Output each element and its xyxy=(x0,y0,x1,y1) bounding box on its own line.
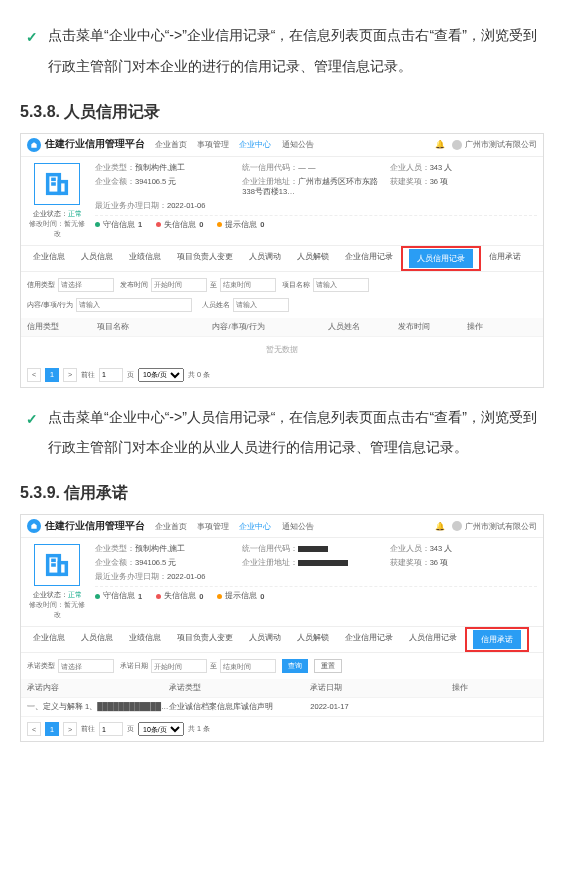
avatar[interactable] xyxy=(452,521,462,531)
warn-icon xyxy=(217,222,222,227)
cell-date: 2022-01-17 xyxy=(310,702,452,712)
next-page-button[interactable]: > xyxy=(63,368,77,382)
bell-icon[interactable]: 🔔 xyxy=(435,140,445,149)
highlighted-tab: 人员信用记录 xyxy=(401,246,481,271)
building-icon xyxy=(34,544,80,586)
tab[interactable]: 企业信用记录 xyxy=(337,246,401,271)
table-header: 承诺内容 承诺类型 承诺日期 操作 xyxy=(21,679,543,698)
content-input[interactable] xyxy=(76,298,192,312)
logo-icon xyxy=(27,138,41,152)
highlighted-tab: 信用承诺 xyxy=(465,627,529,652)
redacted xyxy=(298,560,348,566)
user-company: 广州市测试有限公司 xyxy=(465,139,537,150)
nav-item[interactable]: 通知公告 xyxy=(282,140,314,149)
tab[interactable]: 项目负责人变更 xyxy=(169,246,241,271)
next-page-button[interactable]: > xyxy=(63,722,77,736)
tab[interactable]: 人员信息 xyxy=(73,246,121,271)
stats-row: 守信信息1 失信信息0 提示信息0 xyxy=(95,586,537,601)
prev-page-button[interactable]: < xyxy=(27,368,41,382)
tab[interactable]: 项目负责人变更 xyxy=(169,627,241,652)
total-count: 共 0 条 xyxy=(188,370,210,380)
section-heading-538: 5.3.8. 人员信用记录 xyxy=(20,102,544,123)
screenshot-personnel-credit: 住建行业信用管理平台 企业首页 事项管理 企业中心 通知公告 🔔 广州市测试有限… xyxy=(20,133,544,388)
cell-action[interactable] xyxy=(452,702,537,712)
tab-active[interactable]: 信用承诺 xyxy=(473,630,521,649)
cell-type: 企业诚信档案信息库诚信声明 xyxy=(169,702,311,712)
nav-item[interactable]: 通知公告 xyxy=(282,522,314,531)
app-header: 住建行业信用管理平台 企业首页 事项管理 企业中心 通知公告 🔔 广州市测试有限… xyxy=(21,515,543,538)
nav-item[interactable]: 企业首页 xyxy=(155,522,187,531)
instruction-text: 点击菜单“企业中心“->”企业信用记录“，在信息列表页面点击右“查看”，浏览受到… xyxy=(48,27,537,74)
start-date-input[interactable] xyxy=(151,659,207,673)
company-info: 企业类型：预制构件,施工 统一信用代码：— — 企业人员：343 人 企业金额：… xyxy=(87,163,537,239)
nav-item-active[interactable]: 企业中心 xyxy=(239,522,271,531)
credit-type-select[interactable] xyxy=(58,278,114,292)
table-row: 一、定义与解释 1、█████████████… 企业诚信档案信息库诚信声明 2… xyxy=(21,698,543,717)
prev-page-button[interactable]: < xyxy=(27,722,41,736)
no-data-text: 暂无数据 xyxy=(21,337,543,363)
tab[interactable]: 人员信息 xyxy=(73,627,121,652)
app-header: 住建行业信用管理平台 企业首页 事项管理 企业中心 通知公告 🔔 广州市测试有限… xyxy=(21,134,543,157)
shield-icon xyxy=(95,594,100,599)
filter-bar: 信用类型 发布时间至 项目名称 内容/事项/行为 人员姓名 xyxy=(21,272,543,318)
company-info: 企业类型：预制构件,施工 统一信用代码： 企业人员：343 人 企业金额：394… xyxy=(87,544,537,620)
goto-page-input[interactable] xyxy=(99,368,123,382)
project-name-input[interactable] xyxy=(313,278,369,292)
check-icon: ✓ xyxy=(26,22,38,53)
filter-bar: 承诺类型 承诺日期至 查询 重置 xyxy=(21,653,543,679)
tab[interactable]: 企业信用记录 xyxy=(337,627,401,652)
end-date-input[interactable] xyxy=(220,659,276,673)
tab[interactable]: 信用承诺 xyxy=(481,246,529,271)
company-card: 企业状态：正常 修改时间：暂无修改 xyxy=(27,544,87,620)
page-size-select[interactable]: 10条/页 xyxy=(138,368,184,382)
shield-icon xyxy=(95,222,100,227)
instruction-text: 点击菜单“企业中心“->”人员信用记录“，在信息列表页面点击右“查看”，浏览受到… xyxy=(48,409,537,456)
table-header: 信用类型 项目名称 内容/事项/行为 人员姓名 发布时间 操作 xyxy=(21,318,543,337)
tab[interactable]: 企业信息 xyxy=(25,246,73,271)
top-nav: 企业首页 事项管理 企业中心 通知公告 xyxy=(155,521,322,532)
tab-bar: 企业信息 人员信息 业绩信息 项目负责人变更 人员调动 人员解锁 企业信用记录 … xyxy=(21,245,543,272)
platform-title: 住建行业信用管理平台 xyxy=(45,520,145,533)
tab[interactable]: 人员调动 xyxy=(241,246,289,271)
name-input[interactable] xyxy=(233,298,289,312)
redacted xyxy=(298,546,328,552)
tab-active[interactable]: 人员信用记录 xyxy=(409,249,473,268)
instruction-paragraph: ✓ 点击菜单“企业中心“->”企业信用记录“，在信息列表页面点击右“查看”，浏览… xyxy=(20,20,544,82)
tab[interactable]: 业绩信息 xyxy=(121,627,169,652)
nav-item[interactable]: 事项管理 xyxy=(197,140,229,149)
cell-content: 一、定义与解释 1、█████████████… xyxy=(27,702,169,712)
search-button[interactable]: 查询 xyxy=(282,659,308,673)
bell-icon[interactable]: 🔔 xyxy=(435,522,445,531)
user-area: 🔔 广州市测试有限公司 xyxy=(435,521,537,532)
building-icon xyxy=(34,163,80,205)
goto-page-input[interactable] xyxy=(99,722,123,736)
reset-button[interactable]: 重置 xyxy=(314,659,342,673)
tab[interactable]: 业绩信息 xyxy=(121,246,169,271)
nav-item-active[interactable]: 企业中心 xyxy=(239,140,271,149)
tab-bar: 企业信息 人员信息 业绩信息 项目负责人变更 人员调动 人员解锁 企业信用记录 … xyxy=(21,626,543,653)
user-area: 🔔 广州市测试有限公司 xyxy=(435,139,537,150)
commitment-type-select[interactable] xyxy=(58,659,114,673)
tab[interactable]: 人员解锁 xyxy=(289,627,337,652)
tab[interactable]: 人员调动 xyxy=(241,627,289,652)
instruction-paragraph: ✓ 点击菜单“企业中心“->”人员信用记录“，在信息列表页面点击右“查看”，浏览… xyxy=(20,402,544,464)
tab[interactable]: 企业信息 xyxy=(25,627,73,652)
company-card: 企业状态：正常 修改时间：暂无修改 xyxy=(27,163,87,239)
page-number[interactable]: 1 xyxy=(45,368,59,382)
end-date-input[interactable] xyxy=(220,278,276,292)
nav-item[interactable]: 企业首页 xyxy=(155,140,187,149)
top-nav: 企业首页 事项管理 企业中心 通知公告 xyxy=(155,139,322,150)
platform-title: 住建行业信用管理平台 xyxy=(45,138,145,151)
check-icon: ✓ xyxy=(26,404,38,435)
pagination: < 1 > 前往页 10条/页 共 0 条 xyxy=(21,363,543,387)
heart-icon xyxy=(156,222,161,227)
avatar[interactable] xyxy=(452,140,462,150)
tab[interactable]: 人员解锁 xyxy=(289,246,337,271)
page-number[interactable]: 1 xyxy=(45,722,59,736)
tab[interactable]: 人员信用记录 xyxy=(401,627,465,652)
section-heading-539: 5.3.9. 信用承诺 xyxy=(20,483,544,504)
nav-item[interactable]: 事项管理 xyxy=(197,522,229,531)
total-count: 共 1 条 xyxy=(188,724,210,734)
start-date-input[interactable] xyxy=(151,278,207,292)
page-size-select[interactable]: 10条/页 xyxy=(138,722,184,736)
